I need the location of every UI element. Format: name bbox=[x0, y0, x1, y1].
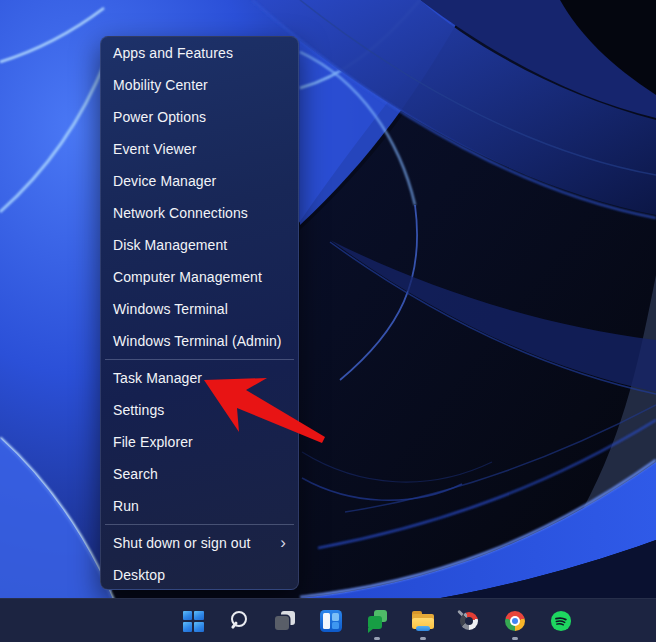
menu-item-label: Desktop bbox=[113, 567, 165, 583]
menu-item-label: Network Connections bbox=[113, 205, 248, 221]
spotify-icon bbox=[550, 610, 572, 632]
file-explorer-icon bbox=[411, 611, 435, 631]
menu-item-device-manager[interactable]: Device Manager bbox=[101, 165, 298, 197]
menu-item-label: Power Options bbox=[113, 109, 206, 125]
menu-item-disk-management[interactable]: Disk Management bbox=[101, 229, 298, 261]
taskbar-icon-task-view[interactable] bbox=[272, 608, 298, 634]
widgets-icon bbox=[320, 610, 342, 632]
menu-item-label: Run bbox=[113, 498, 139, 514]
menu-item-label: Task Manager bbox=[113, 370, 202, 386]
winx-menu: Apps and FeaturesMobility CenterPower Op… bbox=[100, 36, 299, 590]
desktop-wallpaper bbox=[0, 0, 656, 642]
taskbar-icon-spotify[interactable] bbox=[548, 608, 574, 634]
chrome-icon bbox=[504, 610, 526, 632]
menu-item-task-manager[interactable]: Task Manager bbox=[101, 362, 298, 394]
running-indicator bbox=[512, 637, 518, 640]
taskbar-icon-widgets[interactable] bbox=[318, 608, 344, 634]
taskbar-icon-search[interactable] bbox=[226, 608, 252, 634]
menu-item-label: Computer Management bbox=[113, 269, 262, 285]
menu-item-label: Device Manager bbox=[113, 173, 216, 189]
menu-separator bbox=[105, 359, 294, 360]
taskbar bbox=[0, 598, 656, 642]
menu-item-power-options[interactable]: Power Options bbox=[101, 101, 298, 133]
taskbar-icon-row bbox=[180, 608, 574, 634]
running-indicator bbox=[374, 637, 380, 640]
menu-item-windows-terminal-admin[interactable]: Windows Terminal (Admin) bbox=[101, 325, 298, 357]
menu-item-label: Windows Terminal (Admin) bbox=[113, 333, 282, 349]
menu-item-label: Shut down or sign out bbox=[113, 535, 251, 551]
menu-item-desktop[interactable]: Desktop bbox=[101, 559, 298, 591]
menu-item-apps-and-features[interactable]: Apps and Features bbox=[101, 37, 298, 69]
menu-item-file-explorer[interactable]: File Explorer bbox=[101, 426, 298, 458]
menu-item-label: Event Viewer bbox=[113, 141, 196, 157]
menu-item-search[interactable]: Search bbox=[101, 458, 298, 490]
disk-analyzer-icon bbox=[458, 610, 480, 632]
chat-icon bbox=[366, 610, 388, 632]
menu-item-label: Apps and Features bbox=[113, 45, 233, 61]
menu-item-shut-down-or-sign-out[interactable]: Shut down or sign out› bbox=[101, 527, 298, 559]
menu-item-label: Search bbox=[113, 466, 158, 482]
menu-item-label: Settings bbox=[113, 402, 164, 418]
taskbar-icon-chrome[interactable] bbox=[502, 608, 528, 634]
menu-item-run[interactable]: Run bbox=[101, 490, 298, 522]
taskbar-icon-chat[interactable] bbox=[364, 608, 390, 634]
taskbar-icon-disk-analyzer[interactable] bbox=[456, 608, 482, 634]
taskbar-icon-start[interactable] bbox=[180, 608, 206, 634]
submenu-chevron-icon: › bbox=[280, 534, 286, 551]
menu-item-computer-management[interactable]: Computer Management bbox=[101, 261, 298, 293]
menu-item-label: Windows Terminal bbox=[113, 301, 228, 317]
windows-start-icon bbox=[183, 611, 204, 632]
menu-item-windows-terminal[interactable]: Windows Terminal bbox=[101, 293, 298, 325]
menu-item-event-viewer[interactable]: Event Viewer bbox=[101, 133, 298, 165]
menu-item-label: Mobility Center bbox=[113, 77, 208, 93]
menu-item-label: File Explorer bbox=[113, 434, 193, 450]
menu-separator bbox=[105, 524, 294, 525]
search-icon bbox=[228, 610, 250, 632]
taskbar-icon-file-explorer[interactable] bbox=[410, 608, 436, 634]
menu-item-label: Disk Management bbox=[113, 237, 227, 253]
menu-item-settings[interactable]: Settings bbox=[101, 394, 298, 426]
menu-item-network-connections[interactable]: Network Connections bbox=[101, 197, 298, 229]
running-indicator bbox=[420, 637, 426, 640]
menu-item-mobility-center[interactable]: Mobility Center bbox=[101, 69, 298, 101]
task-view-icon bbox=[274, 610, 296, 632]
